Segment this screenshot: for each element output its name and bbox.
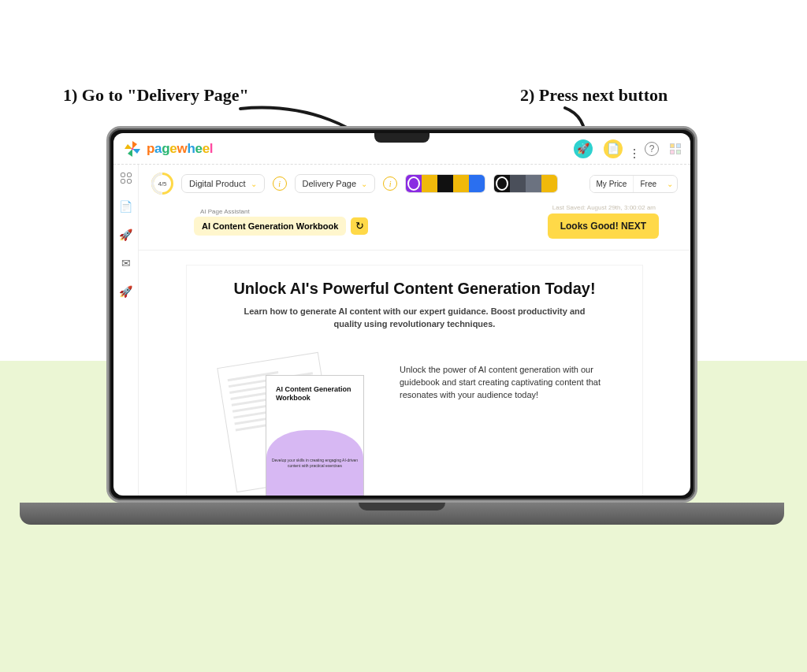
- notifications-icon[interactable]: 📄: [604, 139, 623, 158]
- page-toolbar: 4/5 Digital Product ⌄ i Delivery Page ⌄ …: [139, 165, 690, 202]
- brand-text: pagewheel: [147, 141, 213, 157]
- brand[interactable]: pagewheel: [123, 139, 213, 158]
- price-label: My Price: [590, 176, 634, 192]
- price-select[interactable]: My Price Free ⌄: [589, 175, 678, 193]
- product-type-label: Digital Product: [189, 179, 246, 188]
- laptop-base: [20, 503, 784, 525]
- sidebar-launch-icon[interactable]: 🚀: [119, 228, 133, 242]
- ai-assistant-block: AI Page Assistant AI Content Generation …: [194, 208, 368, 236]
- swatch[interactable]: [406, 175, 422, 192]
- sidebar-mail-icon[interactable]: ✉: [119, 256, 133, 270]
- price-value: Free: [633, 176, 663, 192]
- preview-subtitle: Learn how to generate AI content with ou…: [241, 306, 588, 331]
- swatch[interactable]: [541, 175, 557, 192]
- ai-content-chip[interactable]: AI Content Generation Workbook: [194, 217, 346, 236]
- sidebar: 📄 🚀 ✉ 🚀: [113, 165, 139, 496]
- page-preview: Unlock AI's Powerful Content Generation …: [186, 265, 643, 496]
- next-button[interactable]: Looks Good! NEXT: [548, 213, 659, 239]
- doc-title: AI Content Generation Workbook: [276, 385, 354, 403]
- doc-tagline: Develop your skills in creating engaging…: [271, 458, 359, 468]
- help-icon[interactable]: ?: [645, 142, 659, 156]
- templates-icon[interactable]: [670, 143, 681, 154]
- swatch[interactable]: [510, 175, 526, 192]
- launch-icon[interactable]: 🚀: [574, 139, 593, 158]
- sidebar-dashboard-icon[interactable]: [119, 171, 133, 185]
- info-icon[interactable]: i: [383, 176, 397, 191]
- page-type-select[interactable]: Delivery Page ⌄: [295, 174, 375, 193]
- progress-ring[interactable]: 4/5: [151, 173, 173, 195]
- chevron-down-icon: ⌄: [663, 176, 677, 192]
- ai-content-text: AI Content Generation Workbook: [202, 221, 338, 231]
- preview-body: Unlock the power of AI content generatio…: [400, 359, 611, 402]
- chevron-down-icon: ⌄: [251, 180, 257, 188]
- swatch[interactable]: [437, 175, 453, 192]
- product-type-select[interactable]: Digital Product ⌄: [181, 174, 265, 193]
- swatch[interactable]: [526, 175, 541, 192]
- laptop-notch: [374, 133, 430, 143]
- ai-assistant-label: AI Page Assistant: [200, 208, 368, 215]
- swatch[interactable]: [469, 175, 485, 192]
- next-button-label: Looks Good! NEXT: [560, 221, 646, 232]
- annotation-step-1: 1) Go to "Delivery Page": [63, 85, 249, 106]
- refresh-icon: ↻: [355, 220, 364, 232]
- doc-front-icon: AI Content Generation Workbook Develop y…: [266, 375, 364, 496]
- swatch[interactable]: [422, 175, 437, 192]
- svg-point-0: [132, 147, 134, 150]
- sidebar-document-icon[interactable]: 📄: [119, 199, 133, 213]
- sidebar-promo-icon[interactable]: 🚀: [119, 284, 133, 299]
- palette-secondary[interactable]: [493, 174, 558, 193]
- chevron-down-icon: ⌄: [361, 180, 367, 188]
- last-saved-text: Last Saved: August 29th, 3:00:02 am: [548, 204, 659, 211]
- info-icon[interactable]: i: [273, 176, 287, 191]
- preview-mock-docs: AI Content Generation Workbook Develop y…: [218, 359, 376, 496]
- preview-title: Unlock AI's Powerful Content Generation …: [203, 280, 627, 298]
- pinwheel-logo-icon: [123, 139, 142, 158]
- palette-primary[interactable]: [405, 174, 485, 193]
- page-type-label: Delivery Page: [303, 179, 356, 188]
- swatch[interactable]: [453, 175, 469, 192]
- laptop-mockup: pagewheel 🚀 📄 ? 📄 🚀 ✉: [106, 126, 697, 525]
- swatch[interactable]: [494, 175, 510, 192]
- progress-value: 4/5: [158, 180, 166, 187]
- ai-regenerate-button[interactable]: ↻: [351, 217, 368, 235]
